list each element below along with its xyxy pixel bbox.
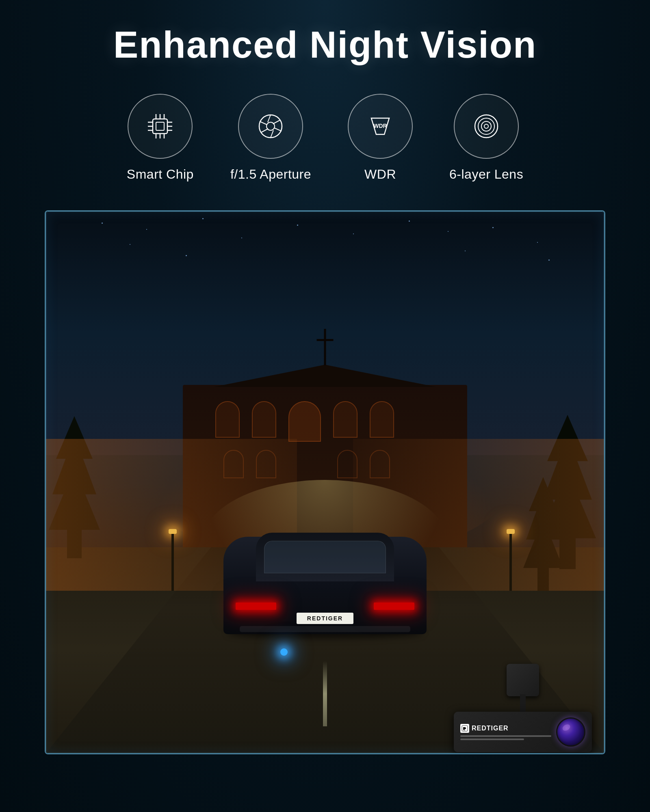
road-line [323,661,327,726]
lamp-head-left [169,529,177,534]
feature-aperture: f/1.5 Aperture [230,94,311,182]
svg-line-20 [261,129,268,132]
car: REDTIGER [223,520,427,634]
svg-text:WDR: WDR [373,123,387,129]
car-bumper [240,626,410,632]
svg-line-16 [268,115,271,122]
rear-windshield [264,541,386,573]
aperture-circle [238,94,303,159]
lens-icon [470,110,503,143]
lamp-right [507,529,515,591]
svg-line-17 [273,120,280,124]
license-plate-text: REDTIGER [307,615,343,622]
svg-line-18 [274,128,282,131]
dashcam-line-1 [460,735,551,737]
stars [46,212,604,428]
feature-wdr: WDR WDR [348,94,413,182]
features-row: Smart Chip f/1.5 Aperture [32,94,618,182]
license-plate: REDTIGER [297,613,353,624]
redtiger-logo-icon [462,725,468,732]
dashcam-lines [460,735,551,740]
svg-point-24 [478,118,494,134]
feature-lens: 6-layer Lens [449,94,523,182]
page-wrapper: Enhanced Night Vision [0,0,650,812]
wdr-icon: WDR [364,110,396,143]
dashcam-lens [556,717,585,747]
dashcam-screen-area: REDTIGER [460,724,551,740]
smart-chip-label: Smart Chip [127,167,194,182]
aperture-icon [254,110,287,143]
lamp-pole-right [509,534,512,591]
feature-smart-chip: Smart Chip [127,94,194,182]
svg-rect-1 [156,122,164,130]
dashcam-mount [507,664,539,696]
taillight-right [374,603,414,610]
lamp-head-right [507,529,515,534]
lens-label: 6-layer Lens [449,167,523,182]
svg-line-21 [260,121,267,125]
dashcam-brand-row: REDTIGER [460,724,551,733]
dashcam-logo [460,724,469,733]
smart-chip-circle [128,94,193,159]
lens-circle [454,94,519,159]
car-body: REDTIGER [223,537,427,634]
wdr-circle: WDR [348,94,413,159]
camera-container: REDTIGER [45,210,605,754]
svg-point-14 [259,115,282,138]
svg-line-19 [271,130,273,138]
aperture-label: f/1.5 Aperture [230,167,311,182]
wdr-label: WDR [364,167,396,182]
lamp-pole-left [171,534,174,591]
svg-point-25 [481,121,491,131]
dashcam-brand-text: REDTIGER [472,725,509,732]
lamp-left [169,529,177,591]
page-title: Enhanced Night Vision [113,24,537,65]
dashcam-body: REDTIGER [454,712,592,752]
dashcam-line-2 [460,739,524,740]
taillight-left [236,603,276,610]
chip-icon [144,110,176,143]
svg-point-26 [484,124,488,128]
svg-rect-0 [153,119,167,134]
dashcam-device: REDTIGER [454,664,592,754]
night-image-frame: REDTIGER [45,210,605,754]
